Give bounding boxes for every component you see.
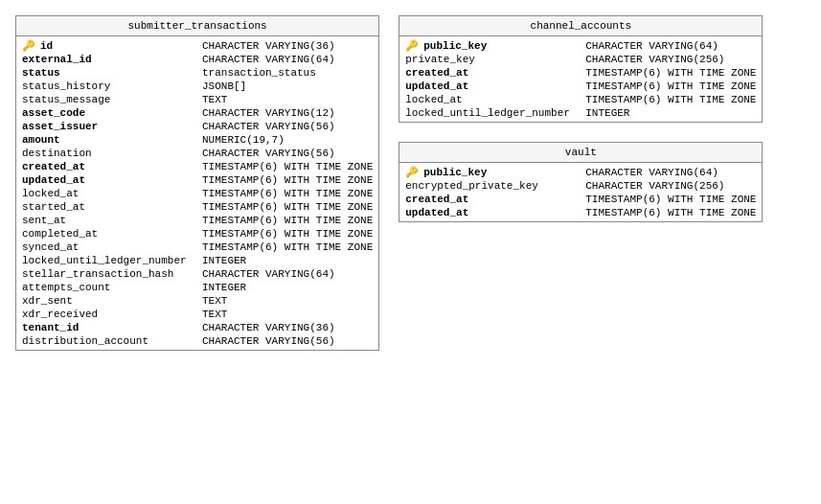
- row-name: 🔑public_key: [405, 166, 578, 178]
- table-row: xdr_receivedTEXT: [16, 308, 378, 321]
- row-name: encrypted_private_key: [405, 180, 578, 192]
- row-name: amount: [22, 134, 194, 146]
- row-type: TEXT: [202, 94, 227, 105]
- table-title-vault: vault: [399, 143, 762, 163]
- table-row: encrypted_private_keyCHARACTER VARYING(2…: [399, 179, 762, 193]
- table-rows-vault: 🔑public_keyCHARACTER VARYING(64)encrypte…: [399, 163, 762, 221]
- row-name: created_at: [405, 194, 578, 205]
- row-name: asset_issuer: [22, 121, 194, 132]
- row-name: xdr_received: [22, 309, 194, 320]
- table-submitter-transactions: submitter_transactions 🔑idCHARACTER VARY…: [15, 15, 379, 351]
- row-name: sent_at: [22, 215, 194, 226]
- row-name: external_id: [22, 54, 194, 65]
- table-row: status_historyJSONB[]: [16, 80, 378, 93]
- row-type: CHARACTER VARYING(56): [202, 121, 335, 132]
- table-row: attempts_countINTEGER: [16, 281, 378, 294]
- table-row: updated_atTIMESTAMP(6) WITH TIME ZONE: [399, 206, 762, 219]
- row-name: created_at: [405, 67, 578, 79]
- key-icon: 🔑: [405, 166, 419, 178]
- key-icon: 🔑: [22, 39, 35, 52]
- row-name: locked_at: [405, 94, 578, 105]
- row-type: CHARACTER VARYING(36): [202, 40, 335, 52]
- row-name: 🔑public_key: [405, 39, 578, 52]
- row-type: CHARACTER VARYING(36): [202, 322, 335, 333]
- table-row: updated_atTIMESTAMP(6) WITH TIME ZONE: [399, 80, 762, 93]
- row-type: TIMESTAMP(6) WITH TIME ZONE: [202, 228, 373, 240]
- row-name: 🔑id: [22, 39, 194, 52]
- table-row: sent_atTIMESTAMP(6) WITH TIME ZONE: [16, 214, 378, 227]
- table-row: stellar_transaction_hashCHARACTER VARYIN…: [16, 267, 378, 281]
- row-name: completed_at: [22, 228, 194, 240]
- row-type: INTEGER: [585, 107, 629, 119]
- table-row: distribution_accountCHARACTER VARYING(56…: [16, 334, 378, 348]
- row-name: locked_at: [22, 188, 194, 199]
- row-type: INTEGER: [202, 255, 246, 266]
- table-row: xdr_sentTEXT: [16, 294, 378, 308]
- row-type: INTEGER: [202, 282, 246, 293]
- row-type: TIMESTAMP(6) WITH TIME ZONE: [202, 215, 373, 226]
- row-name: created_at: [22, 161, 194, 172]
- row-name: synced_at: [22, 241, 194, 253]
- row-name: tenant_id: [22, 322, 194, 333]
- row-name: locked_until_ledger_number: [405, 107, 578, 119]
- row-name: asset_code: [22, 107, 194, 119]
- row-name: distribution_account: [22, 335, 194, 347]
- row-type: TIMESTAMP(6) WITH TIME ZONE: [202, 174, 373, 186]
- table-row: asset_issuerCHARACTER VARYING(56): [16, 120, 378, 133]
- row-type: TIMESTAMP(6) WITH TIME ZONE: [585, 207, 756, 218]
- table-row: updated_atTIMESTAMP(6) WITH TIME ZONE: [16, 173, 378, 187]
- table-row: private_keyCHARACTER VARYING(256): [399, 53, 762, 66]
- row-name: locked_until_ledger_number: [22, 255, 194, 266]
- table-vault: vault 🔑public_keyCHARACTER VARYING(64)en…: [399, 142, 763, 222]
- table-row: locked_until_ledger_numberINTEGER: [16, 254, 378, 267]
- row-type: CHARACTER VARYING(256): [585, 54, 724, 65]
- table-row: tenant_idCHARACTER VARYING(36): [16, 321, 378, 334]
- row-name: stellar_transaction_hash: [22, 268, 194, 280]
- table-row: locked_atTIMESTAMP(6) WITH TIME ZONE: [16, 187, 378, 200]
- row-type: TIMESTAMP(6) WITH TIME ZONE: [585, 80, 756, 92]
- table-title-submitter-transactions: submitter_transactions: [16, 16, 378, 36]
- row-name: xdr_sent: [22, 295, 194, 307]
- row-type: TIMESTAMP(6) WITH TIME ZONE: [585, 194, 756, 205]
- row-type: TIMESTAMP(6) WITH TIME ZONE: [585, 94, 756, 105]
- table-rows-channel-accounts: 🔑public_keyCHARACTER VARYING(64)private_…: [399, 36, 762, 122]
- row-type: TIMESTAMP(6) WITH TIME ZONE: [202, 201, 373, 213]
- table-rows-submitter-transactions: 🔑idCHARACTER VARYING(36)external_idCHARA…: [16, 36, 378, 350]
- row-name: destination: [22, 148, 194, 159]
- table-row: 🔑public_keyCHARACTER VARYING(64): [399, 38, 762, 53]
- row-type: CHARACTER VARYING(256): [585, 180, 724, 192]
- row-name: updated_at: [405, 207, 578, 218]
- canvas: submitter_transactions 🔑idCHARACTER VARY…: [15, 15, 806, 351]
- table-row: created_atTIMESTAMP(6) WITH TIME ZONE: [399, 66, 762, 80]
- table-row: synced_atTIMESTAMP(6) WITH TIME ZONE: [16, 241, 378, 254]
- row-type: CHARACTER VARYING(64): [202, 54, 335, 65]
- row-type: CHARACTER VARYING(56): [202, 148, 335, 159]
- key-icon: 🔑: [405, 39, 419, 52]
- row-type: TIMESTAMP(6) WITH TIME ZONE: [202, 188, 373, 199]
- row-type: TIMESTAMP(6) WITH TIME ZONE: [202, 161, 373, 172]
- row-name: updated_at: [405, 80, 578, 92]
- row-type: transaction_status: [202, 67, 316, 79]
- table-row: statustransaction_status: [16, 66, 378, 80]
- table-row: locked_atTIMESTAMP(6) WITH TIME ZONE: [399, 93, 762, 106]
- row-name: attempts_count: [22, 282, 194, 293]
- row-type: TEXT: [202, 309, 227, 320]
- row-type: JSONB[]: [202, 80, 246, 92]
- table-row: created_atTIMESTAMP(6) WITH TIME ZONE: [399, 193, 762, 206]
- table-row: status_messageTEXT: [16, 93, 378, 106]
- table-row: completed_atTIMESTAMP(6) WITH TIME ZONE: [16, 227, 378, 241]
- row-type: CHARACTER VARYING(64): [585, 40, 718, 52]
- row-name: updated_at: [22, 174, 194, 186]
- row-type: CHARACTER VARYING(12): [202, 107, 335, 119]
- row-type: TEXT: [202, 295, 227, 307]
- row-type: CHARACTER VARYING(56): [202, 335, 335, 347]
- table-row: locked_until_ledger_numberINTEGER: [399, 106, 762, 120]
- table-row: 🔑public_keyCHARACTER VARYING(64): [399, 165, 762, 179]
- table-title-channel-accounts: channel_accounts: [399, 16, 762, 36]
- table-row: external_idCHARACTER VARYING(64): [16, 53, 378, 66]
- table-row: 🔑idCHARACTER VARYING(36): [16, 38, 378, 53]
- row-name: status: [22, 67, 194, 79]
- row-name: started_at: [22, 201, 194, 213]
- table-row: destinationCHARACTER VARYING(56): [16, 147, 378, 160]
- row-type: CHARACTER VARYING(64): [585, 167, 718, 178]
